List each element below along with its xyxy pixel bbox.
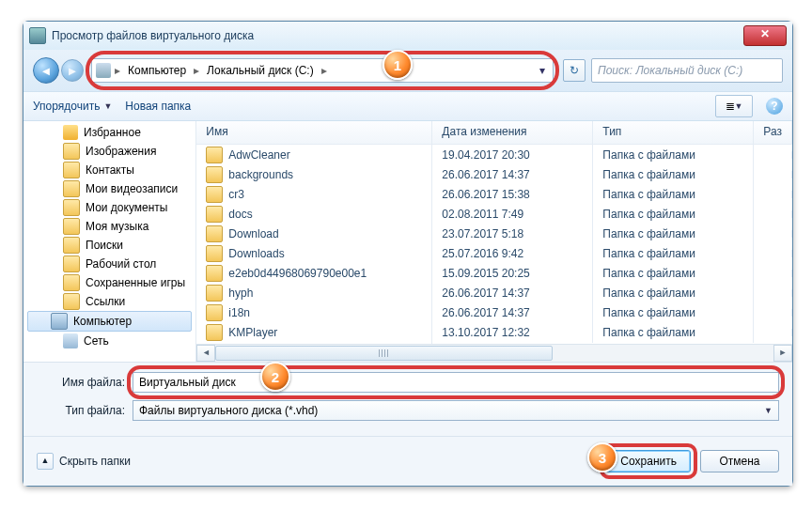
app-icon [29, 27, 46, 44]
folder-icon [63, 162, 80, 178]
file-type: Папка с файлами [593, 263, 754, 284]
folder-icon [206, 166, 223, 183]
tree-item[interactable]: Ссылки [23, 292, 195, 311]
file-type: Папка с файлами [593, 145, 754, 165]
file-name: Downloads [228, 247, 284, 260]
tree-label: Избранное [84, 126, 141, 139]
folder-icon [63, 274, 80, 291]
file-type: Папка с файлами [593, 164, 754, 185]
close-button[interactable]: ✕ [743, 25, 787, 46]
file-name: docs [228, 208, 252, 221]
tree-label: Мои видеозаписи [86, 182, 178, 195]
col-name[interactable]: Имя [196, 121, 432, 144]
file-rows[interactable]: AdwCleaner19.04.2017 20:30Папка с файлам… [196, 145, 792, 344]
file-date: 02.08.2011 7:49 [432, 204, 593, 225]
folder-icon [51, 313, 68, 330]
tree-label: Поиски [86, 239, 123, 252]
tree-item[interactable]: Сеть [23, 332, 195, 350]
file-row[interactable]: KMPlayer13.10.2017 12:32Папка с файлами [196, 322, 792, 342]
folder-icon [63, 333, 78, 348]
view-button[interactable]: ≣ ▼ [715, 95, 753, 117]
tree-label: Ссылки [86, 295, 125, 308]
folder-icon [206, 304, 223, 321]
tree-item[interactable]: Рабочий стол [23, 255, 195, 273]
cancel-button[interactable]: Отмена [700, 450, 779, 472]
address-dropdown[interactable]: ▾ [536, 64, 549, 77]
column-headers[interactable]: Имя Дата изменения Тип Раз [196, 121, 792, 145]
folder-icon [63, 180, 80, 197]
file-list: Имя Дата изменения Тип Раз AdwCleaner19.… [196, 121, 792, 362]
file-type: Папка с файлами [593, 302, 754, 323]
file-name: backgrounds [228, 168, 293, 181]
tree-item[interactable]: Избранное [23, 123, 195, 142]
scroll-left[interactable]: ◄ [196, 345, 215, 362]
tree-item[interactable]: Компьютер [27, 311, 192, 332]
save-button[interactable]: Сохранить [606, 450, 691, 472]
filetype-combo[interactable]: Файлы виртуального диска (*.vhd)▼ [133, 400, 779, 421]
toolbar: Упорядочить▼ Новая папка ≣ ▼ ? [23, 91, 792, 121]
file-date: 26.06.2017 15:38 [432, 184, 593, 205]
filetype-label: Тип файла: [37, 404, 133, 417]
folder-icon [206, 206, 223, 223]
folder-icon [206, 186, 223, 203]
folder-icon [206, 245, 223, 262]
folder-icon [63, 256, 80, 272]
filename-input[interactable] [133, 372, 779, 393]
chevron-up-icon: ▲ [37, 453, 54, 470]
window-title: Просмотр файлов виртуального диска [52, 29, 743, 42]
tree-item[interactable]: Мои документы [23, 198, 195, 217]
col-type[interactable]: Тип [593, 121, 754, 144]
tree-item[interactable]: Поиски [23, 236, 195, 255]
organize-button[interactable]: Упорядочить▼ [33, 100, 112, 113]
chevron-right-icon: ▸ [321, 64, 327, 77]
tree-label: Рабочий стол [86, 257, 156, 271]
folder-icon [206, 324, 223, 341]
tree-label: Сеть [84, 334, 109, 348]
save-dialog: Просмотр файлов виртуального диска ✕ ◄ ►… [23, 21, 793, 487]
file-name: Download [228, 227, 278, 240]
back-button[interactable]: ◄ [33, 57, 59, 84]
tree-item[interactable]: Изображения [23, 142, 195, 161]
address-bar[interactable]: ▸ Компьютер ▸ Локальный диск (C:) ▸ ▾ [91, 58, 554, 83]
hide-folders-toggle[interactable]: ▲ Скрыть папки [37, 453, 131, 470]
tree-label: Моя музыка [86, 220, 148, 233]
scroll-thumb[interactable] [215, 346, 552, 361]
tree-label: Изображения [86, 145, 156, 158]
folder-tree[interactable]: ИзбранноеИзображенияКонтактыМои видеозап… [23, 121, 196, 362]
file-date: 15.09.2015 20:25 [432, 263, 593, 284]
tree-label: Компьютер [73, 315, 132, 328]
folder-icon [63, 293, 80, 310]
folder-icon [206, 265, 223, 282]
address-row: ◄ ► ▸ Компьютер ▸ Локальный диск (C:) ▸ … [23, 50, 792, 91]
tree-item[interactable]: Моя музыка [23, 217, 195, 236]
file-name: AdwCleaner [228, 148, 289, 162]
tree-label: Контакты [86, 163, 134, 177]
tree-item[interactable]: Сохраненные игры [23, 273, 195, 292]
tree-item[interactable]: Контакты [23, 161, 195, 179]
file-date: 13.10.2017 12:32 [432, 322, 593, 343]
file-name: cr3 [228, 188, 244, 201]
crumb-drive-c[interactable]: Локальный диск (C:) [203, 64, 318, 77]
file-type: Папка с файлами [593, 184, 754, 205]
scroll-right[interactable]: ► [773, 345, 792, 362]
search-input[interactable]: Поиск: Локальный диск (C:) [591, 58, 783, 83]
help-button[interactable]: ? [766, 98, 783, 115]
footer: ▲ Скрыть папки Сохранить Отмена [23, 437, 792, 486]
file-name: i18n [228, 306, 250, 319]
crumb-computer[interactable]: Компьютер [124, 64, 190, 77]
chevron-right-icon: ▸ [194, 64, 199, 77]
folder-icon [63, 218, 80, 235]
new-folder-button[interactable]: Новая папка [125, 100, 191, 113]
folder-icon [63, 199, 80, 216]
form-area: Имя файла: Тип файла: Файлы виртуального… [23, 363, 792, 437]
tree-item[interactable]: Мои видеозаписи [23, 179, 195, 198]
file-date: 19.04.2017 20:30 [432, 145, 593, 165]
forward-button[interactable]: ► [61, 59, 84, 82]
refresh-button[interactable]: ↻ [563, 59, 586, 82]
filename-label: Имя файла: [37, 376, 133, 389]
col-date[interactable]: Дата изменения [432, 121, 593, 144]
col-size[interactable]: Раз [754, 121, 792, 144]
file-type: Папка с файлами [593, 283, 754, 303]
drive-icon [96, 63, 111, 78]
horizontal-scrollbar[interactable]: ◄ ► [196, 344, 792, 362]
